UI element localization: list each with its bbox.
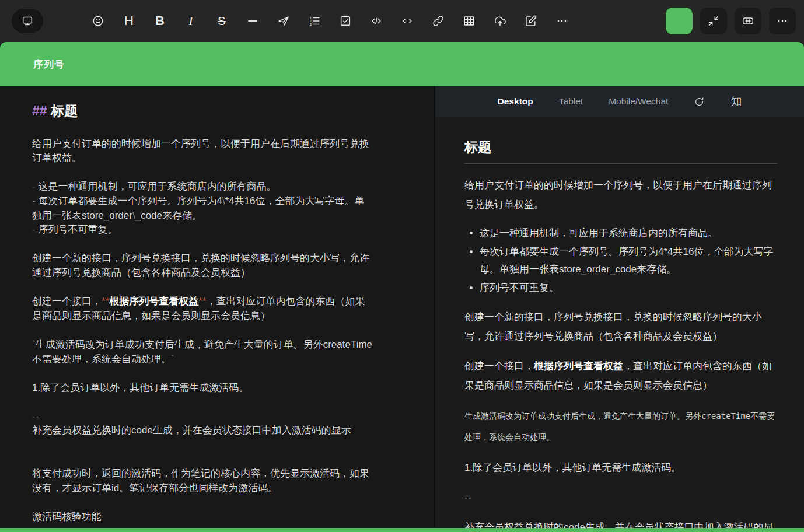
- more-button[interactable]: [553, 12, 571, 30]
- task-list-icon: [339, 15, 352, 27]
- preview-tab-tablet[interactable]: Tablet: [559, 96, 583, 107]
- horizontal-rule-button[interactable]: [243, 12, 262, 30]
- editor-line: 订单权益。: [32, 151, 419, 166]
- more-icon: [555, 15, 568, 27]
- strikethrough-button[interactable]: S: [212, 12, 231, 30]
- editor-text-segment: `: [171, 354, 174, 365]
- code-block-button[interactable]: [367, 12, 386, 30]
- editor-line: [32, 166, 419, 180]
- paper-plane-button[interactable]: [274, 12, 293, 30]
- markdown-editor[interactable]: ## 标题给用户支付订单的的时候增加一个序列号，以便于用户在后期通过序列号兑换订…: [0, 86, 435, 528]
- editor-text-segment: 根据序列号查看权益: [109, 296, 198, 307]
- editor-text-segment: 这是一种通用机制，可应用于系统商店内的所有商品。: [38, 181, 276, 192]
- editor-text-segment: 创建一个接口，: [32, 296, 102, 307]
- editor-line: [32, 281, 419, 295]
- collapse-button[interactable]: [700, 8, 727, 34]
- editor-line: [32, 438, 419, 453]
- app-window: HBIS123 序列号 ## 标题给用户支付订单的的时候增加一个序列号，以便于用…: [0, 0, 804, 532]
- zhihu-button[interactable]: 知: [730, 94, 742, 109]
- link-button[interactable]: [429, 12, 448, 30]
- monitor-toggle-button[interactable]: [12, 9, 43, 33]
- editor-text-segment: 不需要处理，系统会自动处理。: [32, 354, 171, 365]
- editor-line: 创建一个接口，**根据序列号查看权益**，查出对应订单内包含的东西（如果: [32, 295, 419, 309]
- editor-text-segment: 订单权益。: [32, 152, 82, 163]
- italic-button[interactable]: I: [181, 12, 200, 30]
- edit-button[interactable]: [522, 12, 540, 30]
- editor-line: 没有，才显示订单id。笔记保存部分也同样改为激活码。: [32, 481, 419, 496]
- editor-line: `生成激活码改为订单成功支付后生成，避免产生大量的订单。另外createTime: [32, 338, 419, 352]
- document-title-banner: 序列号: [0, 42, 804, 86]
- upload-icon: [494, 15, 506, 27]
- theme-color-button[interactable]: [666, 8, 693, 34]
- ordered-list-button[interactable]: 123: [305, 12, 324, 30]
- refresh-icon: [694, 96, 705, 107]
- editor-line: ## 标题: [32, 99, 419, 123]
- editor-line: 不需要处理，系统会自动处理。`: [32, 352, 419, 367]
- editor-text-segment: 激活码核验功能: [32, 511, 102, 522]
- table-button[interactable]: [460, 12, 478, 30]
- editor-line: 给用户支付订单的的时候增加一个序列号，以便于用户在后期通过序列号兑换: [32, 137, 419, 152]
- preview-tab-mobile-wechat[interactable]: Mobile/Wechat: [609, 96, 668, 107]
- bottom-accent-bar: [0, 528, 804, 532]
- editor-line: 独用一张表store_order\_code来存储。: [32, 209, 419, 223]
- ordered-list-icon: 123: [308, 15, 321, 27]
- preview-bold-text: 根据序列号查看权益: [534, 360, 623, 372]
- link-icon: [432, 15, 445, 27]
- editor-text-segment: 每次订单都要生成一个序列号。序列号为4: [38, 195, 222, 206]
- editor-text-segment: 没有，才显示订单id。笔记保存部分也同样改为激活码。: [32, 482, 278, 494]
- preview-paragraph: 补充会员权益兑换时的code生成，并在会员状态接口中加入激活码的显示: [464, 517, 777, 528]
- preview-text: 给用户支付订单的的时候增加一个序列号，以便于用户在后期通过序列号兑换订单权益。: [464, 180, 772, 210]
- editor-text-segment: **: [102, 296, 109, 307]
- strikethrough-icon: S: [218, 15, 225, 27]
- heading-icon: H: [124, 15, 134, 27]
- more-button[interactable]: [769, 8, 796, 34]
- editor-text-segment: 序列号不可重复。: [38, 224, 117, 235]
- editor-text-segment: 创建一个新的接口，序列号兑换接口，兑换的时候忽略序列号的大小写，允许: [32, 253, 369, 264]
- preview-paragraph: 创建一个接口，根据序列号查看权益，查出对应订单内包含的东西（如果是商品则显示商品…: [464, 356, 777, 395]
- preview-pane: DesktopTabletMobile/Wechat知 标题给用户支付订单的的时…: [435, 86, 804, 528]
- editor-text-segment: 通过序列号兑换商品（包含各种商品及会员权益）: [32, 267, 250, 278]
- editor-text-segment: 标题: [51, 103, 78, 118]
- editor-text-segment: 补充会员权益兑换时的code生成，并在会员状态接口中加入激活码的显示: [32, 425, 351, 436]
- editor-line: [32, 323, 419, 338]
- inline-code-button[interactable]: [398, 12, 417, 30]
- collapse-icon: [707, 15, 720, 27]
- editor-line: [32, 123, 419, 137]
- top-toolbar: HBIS123: [0, 0, 804, 42]
- toolbar-right-group: [666, 8, 796, 34]
- editor-text-segment: 是商品则显示商品信息，如果是会员则显示会员信息）: [32, 310, 270, 321]
- split-view: ## 标题给用户支付订单的的时候增加一个序列号，以便于用户在后期通过序列号兑换订…: [0, 86, 804, 528]
- svg-text:3: 3: [310, 23, 312, 26]
- preview-list-item: 每次订单都要生成一个序列号。序列号为4*4共16位，全部为大写字母。单独用一张表…: [480, 243, 777, 278]
- emoji-icon: [92, 15, 104, 27]
- preview-paragraph: 创建一个新的接口，序列号兑换接口，兑换的时候忽略序列号的大小写，允许通过序列号兑…: [464, 307, 777, 346]
- editor-line: [32, 237, 419, 252]
- editor-text-segment: --: [32, 411, 39, 422]
- editor-line: 补充会员权益兑换时的code生成，并在会员状态接口中加入激活码的显示: [32, 424, 419, 438]
- editor-text-segment: **: [198, 296, 206, 307]
- preview-text: 创建一个新的接口，序列号兑换接口，兑换的时候忽略序列号的大小写，允许通过序列号兑…: [464, 312, 762, 342]
- bold-icon: B: [155, 15, 165, 27]
- editor-text-segment: _code来存储。: [135, 210, 202, 221]
- code-block-icon: [370, 15, 383, 27]
- emoji-button[interactable]: [89, 12, 107, 30]
- preview-paragraph: 给用户支付订单的的时候增加一个序列号，以便于用户在后期通过序列号兑换订单权益。: [464, 176, 777, 214]
- preview-tab-desktop[interactable]: Desktop: [498, 96, 533, 107]
- task-list-button[interactable]: [336, 12, 355, 30]
- editor-line: - 每次订单都要生成一个序列号。序列号为4\*4共16位，全部为大写字母。单: [32, 194, 419, 209]
- heading-button[interactable]: H: [120, 12, 138, 30]
- bold-button[interactable]: B: [151, 12, 169, 30]
- editor-line: 创建一个新的接口，序列号兑换接口，兑换的时候忽略序列号的大小写，允许: [32, 251, 419, 266]
- upload-button[interactable]: [491, 12, 509, 30]
- editor-text-segment: ##: [32, 103, 51, 118]
- editor-line: - 序列号不可重复。: [32, 223, 419, 237]
- preview-content: 标题给用户支付订单的的时候增加一个序列号，以便于用户在后期通过序列号兑换订单权益…: [435, 117, 804, 528]
- refresh-button[interactable]: [694, 96, 705, 107]
- editor-line: [32, 495, 419, 510]
- editor-line: [32, 453, 419, 467]
- preview-tabbar: DesktopTabletMobile/Wechat知: [435, 86, 804, 117]
- width-toggle-button[interactable]: [735, 8, 761, 34]
- preview-text: 创建一个接口，: [464, 360, 534, 372]
- italic-icon: I: [188, 15, 193, 27]
- editor-line: 将支付成功时，返回的激活码，作为笔记的核心内容，优先显示激活码，如果: [32, 467, 419, 481]
